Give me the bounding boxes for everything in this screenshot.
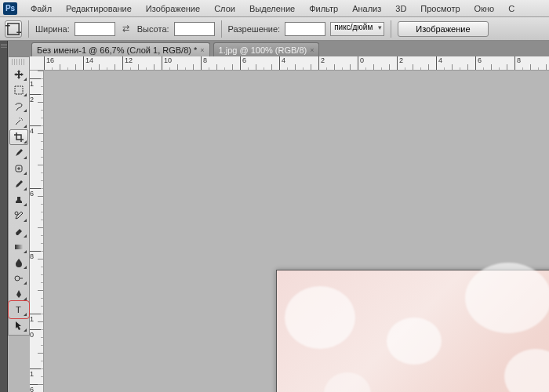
toolbox: T [8, 56, 30, 336]
stamp-tool[interactable] [9, 192, 28, 208]
menu-фильтр[interactable]: Фильтр [302, 4, 345, 13]
ruler-tick: 16 [44, 56, 54, 71]
eraser-tool[interactable] [9, 223, 28, 239]
options-bar: Ширина: ⇄ Высота: Разрешение: пикс/дюйм … [0, 17, 549, 41]
history-brush-tool[interactable] [9, 208, 28, 223]
ruler-tick: 14 [83, 56, 93, 71]
menu-анализ[interactable]: Анализ [345, 4, 388, 13]
active-tool-icon[interactable] [5, 20, 22, 38]
menu-изображение[interactable]: Изображение [139, 4, 207, 13]
dodge-tool[interactable] [9, 270, 28, 286]
tab-title: Без имени-1 @ 66,7% (Слой 1, RGB/8) * [37, 45, 197, 55]
menu-редактирование[interactable]: Редактирование [59, 4, 139, 13]
tab-title: 1.jpg @ 100% (RGB/8) [219, 45, 307, 55]
type-tool[interactable]: T [9, 302, 28, 318]
gradient-tool[interactable] [9, 239, 28, 255]
height-label: Высота: [137, 24, 169, 34]
ruler-tick: 8 [514, 56, 521, 71]
svg-point-7 [15, 276, 20, 281]
close-icon[interactable]: × [310, 46, 314, 54]
menu-просмотр[interactable]: Просмотр [413, 4, 467, 13]
menu-bar: Ps ФайлРедактированиеИзображениеСлоиВыде… [0, 0, 549, 17]
width-input[interactable] [75, 22, 115, 36]
ruler-tick: 0 [358, 56, 364, 71]
units-select[interactable]: пикс/дюйм [330, 22, 384, 36]
vertical-ruler[interactable]: 124681016 [30, 71, 44, 392]
panel-dock-strip[interactable] [0, 41, 8, 392]
height-input[interactable] [174, 22, 215, 36]
ruler-tick: 4 [279, 56, 285, 71]
horizontal-ruler[interactable]: 16141210864202468 [30, 56, 549, 71]
svg-text:T: T [16, 305, 21, 314]
healing-brush-tool[interactable] [9, 161, 28, 176]
lasso-tool[interactable] [9, 98, 28, 114]
path-select-tool[interactable] [9, 318, 28, 333]
width-label: Ширина: [35, 24, 70, 34]
document-tabs: Без имени-1 @ 66,7% (Слой 1, RGB/8) *×1.… [8, 41, 549, 56]
ruler-tick: 8 [201, 56, 207, 71]
resolution-input[interactable] [285, 22, 325, 36]
ruler-tick: 6 [240, 56, 246, 71]
ruler-tick: 4 [436, 56, 442, 71]
menu-файл[interactable]: Файл [24, 4, 59, 13]
ruler-tick: 10 [162, 56, 172, 71]
menu-окно[interactable]: Окно [467, 4, 502, 13]
ruler-tick: 2 [318, 56, 325, 71]
svg-rect-6 [15, 245, 23, 249]
menu-с[interactable]: С [501, 4, 522, 13]
menu-3d[interactable]: 3D [388, 4, 413, 13]
swap-dimensions-icon[interactable]: ⇄ [120, 22, 133, 36]
menu-выделение[interactable]: Выделение [242, 4, 302, 13]
marquee-tool[interactable] [9, 82, 28, 98]
canvas-workspace [44, 71, 549, 392]
close-icon[interactable]: × [200, 46, 204, 54]
blur-tool[interactable] [9, 255, 28, 270]
document-tab[interactable]: 1.jpg @ 100% (RGB/8)× [213, 42, 320, 56]
resolution-label: Разрешение: [228, 24, 281, 34]
crop-tool[interactable] [9, 129, 28, 145]
document-image[interactable] [276, 270, 549, 392]
image-button[interactable]: Изображение [398, 21, 488, 37]
brush-tool[interactable] [9, 176, 28, 192]
menu-слои[interactable]: Слои [207, 4, 242, 13]
ruler-tick: 12 [122, 56, 133, 71]
document-tab[interactable]: Без имени-1 @ 66,7% (Слой 1, RGB/8) *× [31, 42, 210, 56]
ruler-tick: 6 [475, 56, 482, 71]
eyedropper-tool[interactable] [9, 145, 28, 161]
svg-rect-3 [15, 86, 23, 94]
app-logo: Ps [3, 2, 17, 15]
toolbox-grip[interactable] [12, 59, 26, 65]
svg-point-5 [15, 212, 18, 215]
pen-tool[interactable] [9, 286, 28, 302]
magic-wand-tool[interactable] [9, 114, 28, 129]
ruler-tick: 6 [30, 384, 44, 392]
ruler-tick: 2 [397, 56, 403, 71]
move-tool[interactable] [9, 67, 28, 82]
